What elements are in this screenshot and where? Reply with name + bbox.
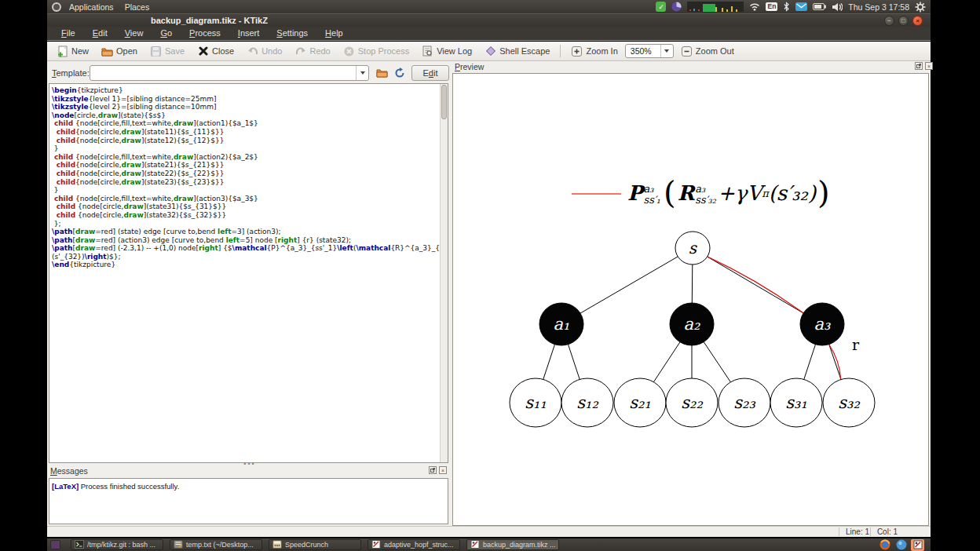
- code-line[interactable]: \node[circle,draw](state){$s$}: [52, 111, 440, 120]
- template-open-button[interactable]: [374, 65, 389, 81]
- maximize-button[interactable]: □: [898, 16, 909, 26]
- keyboard-layout-indicator[interactable]: En: [766, 2, 777, 11]
- menu-view[interactable]: View: [117, 27, 152, 39]
- firefox-icon[interactable]: [878, 539, 891, 551]
- tree-node-label: s₂₃: [733, 393, 755, 412]
- chevron-down-icon: [664, 49, 669, 53]
- battery-icon[interactable]: [813, 3, 826, 10]
- code-line[interactable]: };: [52, 220, 440, 228]
- formula: Pa₃ss′₁(Ra₃ss′₃₂ + γVπ(s′₃₂)): [627, 173, 832, 213]
- template-reload-button[interactable]: [392, 65, 408, 81]
- code-line[interactable]: \path[draw=red] (action3) edge [curve to…: [52, 236, 440, 245]
- chevron-down-icon: [360, 71, 365, 75]
- session-gear-icon[interactable]: [915, 2, 926, 13]
- code-line[interactable]: child{node[circle,draw](state21){$s_{21}…: [52, 161, 440, 170]
- preview-diagram: rsa₁a₂a₃s₁₁s₁₂s₂₁s₂₂s₂₃s₃₁s₃₂: [453, 74, 928, 525]
- tree-node-label: s₃₂: [838, 393, 860, 412]
- preview-float-button[interactable]: [915, 62, 923, 70]
- code-line[interactable]: child{node[circle,draw](state12){$s_{12}…: [52, 137, 440, 145]
- redo-button[interactable]: Redo: [289, 44, 335, 59]
- preview-title: Preview: [455, 62, 484, 71]
- taskbar-window-button[interactable]: temp.txt (~/Desktop...: [170, 539, 262, 550]
- template-combo[interactable]: [90, 65, 369, 81]
- code-line[interactable]: (s'_{32})\right)$};: [52, 253, 440, 261]
- time-tracker-pie-icon[interactable]: [671, 2, 682, 12]
- zoom-in-button[interactable]: Zoom In: [565, 44, 623, 59]
- mail-icon[interactable]: [795, 2, 807, 11]
- minimize-button[interactable]: −: [884, 16, 894, 26]
- code-line[interactable]: \begin{tikzpicture}: [52, 86, 440, 95]
- code-line[interactable]: \path[draw=red] (state) edge [curve to,b…: [52, 228, 440, 236]
- code-editor-pane: \begin{tikzpicture}\tikzstyle{level 1}=[…: [49, 83, 448, 463]
- menu-file[interactable]: File: [53, 27, 83, 39]
- code-line[interactable]: child{node[circle,draw](state11){$s_{11}…: [52, 128, 440, 137]
- window-titlebar[interactable]: backup_diagram.tikz - KTikZ − □ ×: [47, 13, 931, 27]
- taskbar-window-button[interactable]: adaptive_hopf_struc...: [368, 539, 460, 550]
- preview-close-button[interactable]: ×: [925, 62, 933, 70]
- undo-arrow-icon: [247, 46, 258, 57]
- menu-insert[interactable]: Insert: [230, 27, 268, 39]
- messages-float-button[interactable]: [429, 466, 437, 474]
- preview-pane[interactable]: rsa₁a₂a₃s₁₁s₁₂s₂₁s₂₂s₂₃s₃₁s₃₂ Pa₃ss′₁(Ra…: [452, 73, 929, 526]
- code-line[interactable]: child {node[circle,fill,text=white,draw]…: [52, 119, 440, 128]
- system-monitor-graph[interactable]: [687, 2, 744, 12]
- applications-menu[interactable]: Applications: [66, 2, 117, 12]
- code-line[interactable]: child {node[circle,draw](state31){$s_{31…: [52, 203, 440, 211]
- template-combo-arrow[interactable]: [356, 66, 368, 80]
- code-line[interactable]: child{node[circle,draw](state23){$s_{23}…: [52, 178, 440, 187]
- menu-process[interactable]: Process: [181, 27, 229, 39]
- tree-node-label: s₂₁: [629, 393, 651, 412]
- updates-ok-icon[interactable]: ✓: [656, 2, 666, 12]
- taskbar-window-button[interactable]: SpeedCrunch: [269, 539, 361, 550]
- open-button[interactable]: Open: [96, 44, 143, 59]
- taskbar-window-button[interactable]: backup_diagram.tikz ...: [466, 539, 559, 550]
- code-line[interactable]: }: [52, 186, 440, 195]
- code-line[interactable]: \tikzstyle{level 1}=[sibling distance=25…: [52, 95, 440, 104]
- blue-app-icon[interactable]: [894, 539, 908, 551]
- save-button[interactable]: Save: [144, 44, 190, 59]
- tree-node-label: a₃: [814, 315, 832, 334]
- places-menu[interactable]: Places: [122, 2, 153, 12]
- distro-logo-icon[interactable]: [52, 2, 61, 12]
- menu-bar: FileEditViewGoProcessInsertSettingsHelp: [47, 27, 931, 41]
- toolbar-separator: [560, 45, 561, 57]
- tree-node-label: s₁₁: [525, 393, 547, 412]
- bluetooth-icon[interactable]: [783, 2, 790, 12]
- messages-close-button[interactable]: ×: [439, 466, 447, 474]
- zoom-level-combo[interactable]: 350%: [625, 44, 674, 58]
- code-line[interactable]: }: [52, 144, 440, 153]
- ktikz-launcher-icon[interactable]: [911, 539, 924, 551]
- code-line[interactable]: child {node[circle,fill,text=white,draw]…: [52, 195, 440, 203]
- taskbar-window-button[interactable]: /tmp/ktikz.git : bash ...: [71, 539, 163, 550]
- new-button[interactable]: New: [51, 44, 94, 59]
- template-edit-button[interactable]: Edit: [411, 65, 449, 81]
- shell-escape-button[interactable]: Shell Escape: [479, 44, 555, 59]
- messages-pane[interactable]: [LaTeX] Process finished successfully.: [49, 478, 448, 524]
- code-line[interactable]: \tikzstyle{level 2}=[sibling distance=10…: [52, 103, 440, 111]
- code-line[interactable]: child{node[circle,draw](state22){$s_{22}…: [52, 170, 440, 178]
- editor-scrollbar[interactable]: [440, 84, 448, 462]
- file-manager-icon[interactable]: [50, 540, 60, 549]
- undo-button[interactable]: Undo: [241, 44, 287, 59]
- stop-process-button[interactable]: Stop Process: [338, 44, 415, 59]
- menu-edit[interactable]: Edit: [85, 27, 115, 39]
- menu-settings[interactable]: Settings: [269, 27, 316, 39]
- clock[interactable]: Thu Sep 3 17:58: [848, 2, 909, 12]
- menu-help[interactable]: Help: [317, 27, 351, 39]
- wifi-icon[interactable]: [749, 2, 760, 11]
- code-line[interactable]: \end{tikzpicture}: [52, 261, 440, 269]
- splitter-handle[interactable]: •••: [236, 462, 264, 467]
- volume-icon[interactable]: [832, 2, 843, 12]
- editor-scrollbar-thumb[interactable]: [441, 85, 447, 119]
- view-log-button[interactable]: View Log: [416, 44, 477, 59]
- code-line[interactable]: \path[draw=red] (-2.3,1) -- +(1,0) node[…: [52, 244, 440, 253]
- zoom-combo-arrow[interactable]: [660, 45, 673, 57]
- code-editor[interactable]: \begin{tikzpicture}\tikzstyle{level 1}=[…: [49, 84, 440, 462]
- zoom-out-button[interactable]: Zoom Out: [675, 44, 740, 59]
- code-line[interactable]: child {node[circle,fill,text=white,draw]…: [52, 153, 440, 162]
- menu-go[interactable]: Go: [152, 27, 180, 39]
- status-col: Col: 1: [870, 527, 898, 536]
- code-line[interactable]: child {node[circle,draw](state32){$s_{32…: [52, 211, 440, 220]
- close-file-button[interactable]: Close: [192, 44, 240, 59]
- close-button[interactable]: ×: [912, 16, 923, 26]
